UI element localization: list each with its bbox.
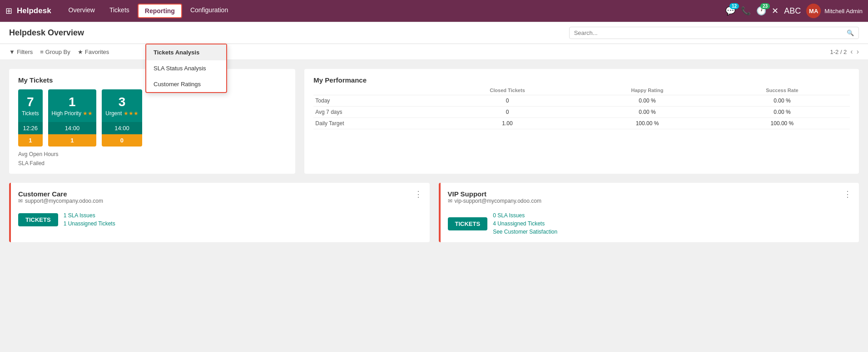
perf-avg-success: 0.00 % [714,107,850,118]
email-icon-vip: ✉ [448,198,452,204]
perf-today-closed: 0 [435,95,580,107]
star-icon: ★ [78,49,83,55]
tickets-card-urgent[interactable]: 3 Urgent ★★★ 14:00 0 [102,89,142,147]
subheader: Helpdesk Overview 🔍 [0,22,868,44]
nav-tickets[interactable]: Tickets [103,4,136,18]
tickets-card-total[interactable]: 7 Tickets 12:26 1 [18,89,43,147]
perf-avg-label: Avg 7 days [313,107,435,118]
app-brand[interactable]: Helpdesk [17,6,51,15]
search-icon: 🔍 [847,29,854,36]
search-input[interactable] [574,29,847,36]
avg-open-hours-label: Avg Open Hours [18,151,73,157]
tickets-count: 7 [22,96,39,108]
perf-target-closed: 1.00 [435,118,580,129]
dropdown-customer-ratings[interactable]: Customer Ratings [146,76,226,92]
page-title: Helpdesk Overview [9,28,289,38]
groupby-button[interactable]: ≡ Group By [40,49,70,55]
team-card-header-vip: VIP Support ✉ vip-support@mycompany.odoo… [448,190,852,210]
topnav-right: 💬 12 📞 🕐 23 ✕ ABC MA Mitchell Admin [725,4,863,18]
cc-link-unassigned[interactable]: 1 Unassigned Tickets [64,220,115,227]
team-name-vip: VIP Support ✉ vip-support@mycompany.odoo… [448,190,541,210]
favorites-label: Favorites [85,49,109,55]
urgent-count: 3 [105,96,138,108]
team-card-header-cc: Customer Care ✉ support@mycompany.odoo.c… [18,190,422,210]
tickets-avg-hours: 12:26 [18,122,43,134]
activity-badge: 23 [760,3,770,9]
pagination: 1-2 / 2 ‹ › [830,48,859,56]
next-page-button[interactable]: › [857,48,859,56]
email-icon-cc: ✉ [18,198,23,204]
phone-icon-btn[interactable]: 📞 [741,6,751,16]
vip-link-unassigned[interactable]: 4 Unassigned Tickets [493,220,557,227]
chat-icon-btn[interactable]: 💬 12 [725,6,735,16]
tickets-button-vip[interactable]: TICKETS [448,217,488,230]
urgent-stars: ★★★ [124,110,139,117]
vip-link-satisfaction[interactable]: See Customer Satisfaction [493,229,557,235]
team-email-cc: ✉ support@mycompany.odoo.com [18,198,103,204]
hp-sla-failed: 1 [48,134,97,147]
perf-th-success: Success Rate [714,86,850,95]
perf-th-empty [313,86,435,95]
perf-table: Closed Tickets Happy Rating Success Rate… [313,86,850,129]
activity-icon-btn[interactable]: 🕐 23 [756,6,766,16]
dropdown-tickets-analysis[interactable]: Tickets Analysis [146,44,226,60]
chat-badge: 12 [729,3,739,9]
perf-target-happy: 100.00 % [580,118,714,129]
cc-link-sla[interactable]: 1 SLA Issues [64,212,115,219]
perf-avg-happy: 0.00 % [580,107,714,118]
filter-bar: ▼ Filters ≡ Group By ★ Favorites 1-2 / 2… [0,44,868,60]
tickets-card-high-priority[interactable]: 1 High Priority ★★ 14:00 1 [48,89,97,147]
filters-label: Filters [17,49,33,55]
urgent-label: Urgent ★★★ [105,108,138,120]
perf-target-success: 100.00 % [714,118,850,129]
nav-configuration[interactable]: Configuration [184,4,234,18]
perf-today-happy: 0.00 % [580,95,714,107]
pagination-text: 1-2 / 2 [830,49,847,55]
urgent-avg-hours: 14:00 [102,122,142,134]
dropdown-sla-status[interactable]: SLA Status Analysis [146,60,226,76]
kebab-menu-cc[interactable]: ⋮ [414,190,422,198]
metrics-labels: Avg Open Hours SLA Failed [18,151,286,166]
perf-th-closed: Closed Tickets [435,86,580,95]
search-bar[interactable]: 🔍 [569,27,859,39]
urgent-sla-failed: 0 [102,134,142,147]
team-card-vip-support: VIP Support ✉ vip-support@mycompany.odoo… [439,183,859,242]
perf-th-happy: Happy Rating [580,86,714,95]
nav-overview[interactable]: Overview [62,4,101,18]
user-menu[interactable]: MA Mitchell Admin [806,4,863,18]
team-actions-vip: TICKETS 0 SLA Issues 4 Unassigned Ticket… [448,212,852,235]
nav-reporting[interactable]: Reporting [138,4,182,18]
teams-row: Customer Care ✉ support@mycompany.odoo.c… [9,183,859,242]
perf-title: My Performance [313,76,850,84]
perf-today-label: Today [313,95,435,107]
perf-today-success: 0.00 % [714,95,850,107]
perf-row-target: Daily Target 1.00 100.00 % 100.00 % [313,118,850,129]
perf-target-label: Daily Target [313,118,435,129]
nav-menu: Overview Tickets Reporting Configuration [62,4,726,18]
hp-count: 1 [52,96,93,108]
sla-failed-label: SLA Failed [18,160,73,166]
kebab-menu-vip[interactable]: ⋮ [843,190,852,198]
main-content: My Tickets 7 Tickets 12:26 1 1 High Prio… [0,60,868,251]
team-email-text-cc: support@mycompany.odoo.com [25,198,103,204]
tickets-button-cc[interactable]: TICKETS [18,213,58,226]
close-icon-btn[interactable]: ✕ [772,6,779,16]
user-avatar: MA [806,4,821,18]
groupby-icon: ≡ [40,49,44,55]
ticket-cards-container: 7 Tickets 12:26 1 1 High Priority ★★ 14:… [18,89,286,147]
prev-page-button[interactable]: ‹ [850,48,853,56]
team-card-customer-care: Customer Care ✉ support@mycompany.odoo.c… [9,183,430,242]
team-links-cc: 1 SLA Issues 1 Unassigned Tickets [64,212,115,227]
perf-row-avg: Avg 7 days 0 0.00 % 0.00 % [313,107,850,118]
groupby-label: Group By [45,49,70,55]
stats-row: My Tickets 7 Tickets 12:26 1 1 High Prio… [9,69,859,174]
team-actions-cc: TICKETS 1 SLA Issues 1 Unassigned Ticket… [18,212,422,227]
team-name-label-vip: VIP Support [448,190,541,198]
filters-button[interactable]: ▼ Filters [9,49,33,55]
favorites-button[interactable]: ★ Favorites [78,49,109,55]
vip-link-sla[interactable]: 0 SLA Issues [493,212,557,219]
avg-open-hours-row: Avg Open Hours [18,151,286,157]
team-name-label-cc: Customer Care [18,190,103,198]
abc-label: ABC [784,6,801,16]
grid-icon[interactable]: ⊞ [5,6,12,16]
